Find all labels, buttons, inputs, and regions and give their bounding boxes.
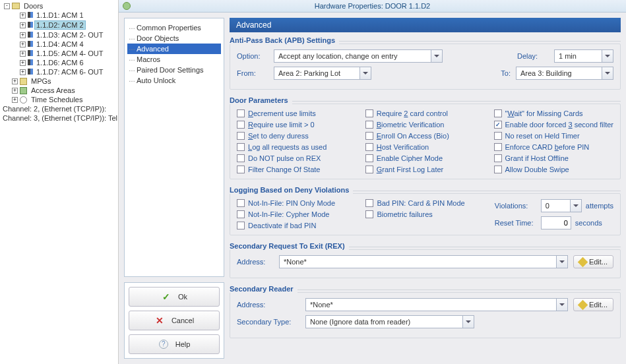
checkbox[interactable]: Biometric Verification [365,121,482,129]
chevron-down-icon[interactable] [602,50,613,62]
checkbox[interactable]: Bad PIN: Card & PIN Mode [365,199,482,207]
checkbox[interactable]: Decrement use limits [237,109,354,117]
window-title-bar: Hardware Properties: DOOR 1.1.D2 [119,0,626,13]
reader-group: Secondary Reader Address: *None* Edit...… [230,285,621,338]
chevron-down-icon[interactable] [462,316,474,328]
tree-mpgs[interactable]: + MPGs [0,76,118,86]
expand-icon[interactable]: + [20,60,26,66]
nav-item[interactable]: Common Properties [127,22,221,33]
nav-item[interactable]: Advanced [127,44,221,54]
nav-item[interactable]: Paired Door Settings [127,65,221,75]
reader-type-combo[interactable]: None (Ignore data from reader) [305,315,474,328]
expand-icon[interactable]: + [12,78,18,84]
checkbox[interactable]: Filter Change Of State [237,166,354,173]
checkbox[interactable]: Log all requests as used [237,143,354,151]
checkbox[interactable]: Biometric failures [365,210,482,218]
expand-icon[interactable]: + [20,32,26,38]
tree-door-item[interactable]: +1.1.D2: ACM 2 [0,20,118,30]
checkbox[interactable]: Not-In-File: Cypher Mode [237,210,354,218]
chevron-down-icon[interactable] [570,200,581,212]
checkbox[interactable]: Enroll On Access (Bio) [365,132,482,140]
checkbox[interactable]: No reset on Held Timer [494,132,614,140]
checkbox-box [237,154,245,162]
tree-doors[interactable]: - Doors [0,1,118,11]
expand-icon[interactable]: + [20,13,26,18]
mpg-icon [20,78,27,85]
checkbox[interactable]: Grant if Host Offline [494,154,614,162]
checkbox-box [494,132,502,140]
delay-label: Delay: [517,52,549,60]
nav-item[interactable]: Macros [127,54,221,65]
chevron-down-icon[interactable] [431,50,442,62]
tree-panel: - Doors +1.1.D1: ACM 1+1.1.D2: ACM 2+1.1… [0,0,119,364]
reset-time-input[interactable] [541,216,571,229]
expand-icon[interactable]: + [20,51,26,57]
checkbox[interactable]: Grant First Log Later [365,166,482,173]
tree-door-item[interactable]: +1.1.D1: ACM 1 [0,11,118,20]
tree-schedules[interactable]: + Time Schedules [0,95,118,104]
rex-edit-button[interactable]: Edit... [573,255,613,268]
chevron-down-icon[interactable] [360,67,371,79]
checkbox[interactable]: Host Verification [365,143,482,151]
help-button[interactable]: ? Help [129,334,220,354]
apb-group: Anti-Pass Back (APB) Settings Option: Ac… [230,36,621,90]
chevron-down-icon[interactable] [556,256,567,268]
apb-option-combo[interactable]: Accept any location, change on entry [274,49,443,63]
violations-label: Violations: [495,202,537,210]
checkbox-box [237,166,245,173]
checkbox[interactable]: Require use limit > 0 [237,121,354,129]
checkbox-box [237,132,245,140]
door-icon [28,41,33,48]
tree-doors-label: Doors [22,2,45,10]
apb-from-combo[interactable]: Area 2: Parking Lot [274,67,371,80]
reader-addr-label: Address: [237,301,300,309]
nav-item[interactable]: Door Objects [127,33,221,44]
reader-title: Secondary Reader [230,285,297,293]
checkbox[interactable]: Require 2 card control [365,109,482,117]
tree-door-item[interactable]: +1.1.D6: ACM 6 [0,58,118,67]
apb-delay-combo[interactable]: 1 min [554,49,613,63]
expand-icon[interactable]: + [12,88,18,94]
door-icon [28,69,33,76]
door-icon [28,59,33,67]
reader-edit-button[interactable]: Edit... [573,298,613,311]
help-icon: ? [158,339,169,349]
reader-addr-combo[interactable]: *None* [305,298,568,311]
checkbox[interactable]: Set to deny duress [237,132,354,140]
chevron-down-icon[interactable] [602,67,613,79]
tree-door-item[interactable]: +1.1.D3: ACM 2- OUT [0,30,118,40]
expand-icon[interactable]: + [20,42,26,47]
tree-door-item[interactable]: +1.1.D7: ACM 6- OUT [0,67,118,76]
checkbox[interactable]: Enforce CARD before PIN [494,143,614,151]
checkbox[interactable]: "Wait" for Missing Cards [494,109,614,117]
checkbox[interactable]: Enable Cipher Mode [365,154,482,162]
cancel-button[interactable]: ✕ Cancel [129,311,220,330]
rex-group: Secondary Request To Exit (REX) Address:… [230,242,621,278]
collapse-icon[interactable]: - [4,3,10,9]
checkbox[interactable]: Enable door forced 3 second filter [494,121,614,129]
expand-icon[interactable]: + [20,69,26,75]
checkbox[interactable]: Allow Double Swipe [494,166,614,173]
x-icon: ✕ [154,315,165,326]
checkbox[interactable]: Not-In-File: PIN Only Mode [237,199,354,207]
ok-button[interactable]: ✓ Ok [129,287,220,307]
main-panel: Advanced Anti-Pass Back (APB) Settings O… [230,13,626,364]
option-label: Option: [237,52,268,60]
from-label: From: [237,69,268,77]
chevron-down-icon[interactable] [556,299,567,311]
apb-to-combo[interactable]: Area 3: Building [516,67,613,80]
expand-icon[interactable]: + [20,22,26,28]
checkbox[interactable]: Deactivate if bad PIN [237,222,354,229]
violations-input[interactable]: 0 [541,199,582,212]
tree-access-areas[interactable]: + Access Areas [0,86,118,95]
checkbox[interactable]: Do NOT pulse on REX [237,154,354,162]
tree-door-item[interactable]: +1.1.D5: ACM 4- OUT [0,49,118,58]
nav-item[interactable]: Auto Unlock [127,75,221,86]
params-title: Door Parameters [230,96,292,104]
to-label: To: [479,69,511,77]
tree-door-item[interactable]: +1.1.D4: ACM 4 [0,40,118,49]
rex-addr-combo[interactable]: *None* [279,255,568,268]
expand-icon[interactable]: + [12,97,18,103]
nav-panel: Common PropertiesDoor ObjectsAdvancedMac… [119,13,230,364]
checkbox-box [494,121,502,129]
